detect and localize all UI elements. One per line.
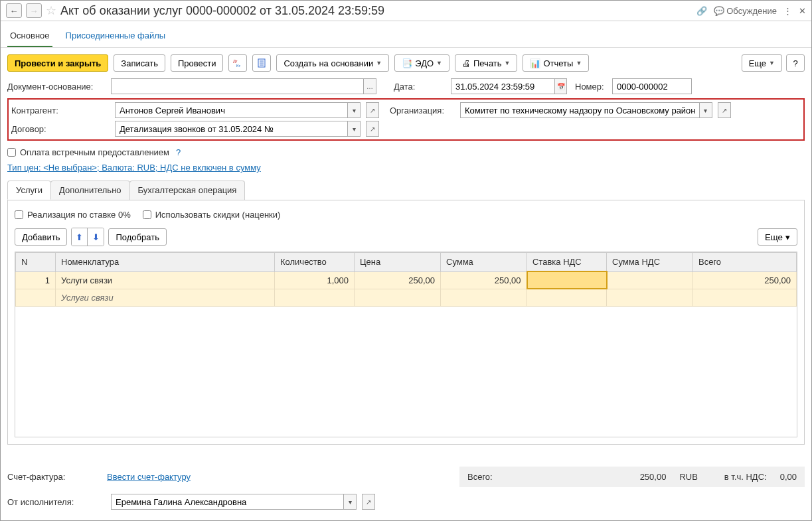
number-label: Номер:	[575, 82, 608, 92]
col-vat-rate[interactable]: Ставка НДС	[527, 253, 607, 272]
tab-attached-files[interactable]: Присоединенные файлы	[63, 27, 169, 47]
tab-main[interactable]: Основное	[7, 27, 52, 47]
cell-price[interactable]: 250,00	[355, 271, 441, 289]
cell-vat-sum[interactable]	[607, 271, 693, 289]
col-total[interactable]: Всего	[693, 253, 797, 272]
more-menu-icon[interactable]: ⋮	[783, 6, 792, 16]
counterparty-label: Контрагент:	[11, 106, 111, 115]
subtab-additional[interactable]: Дополнительно	[50, 181, 130, 200]
forward-button[interactable]: →	[26, 3, 42, 18]
doc-basis-label: Документ-основание:	[7, 82, 107, 92]
cell-nomenclature-sub[interactable]: Услуги связи	[56, 289, 275, 306]
org-input[interactable]	[461, 103, 699, 117]
date-input[interactable]	[451, 79, 554, 94]
add-button[interactable]: Добавить	[15, 228, 67, 246]
edo-icon: 📑	[402, 58, 412, 68]
document-icon[interactable]	[252, 54, 271, 72]
move-down-button[interactable]: ⬇	[88, 228, 104, 246]
counter-payment-checkbox[interactable]	[7, 148, 16, 157]
highlighted-fields-box: Контрагент: ▾ ↗ Организация: ▾ ↗ Договор…	[7, 98, 805, 141]
favorite-star-icon[interactable]: ☆	[46, 3, 56, 18]
ellipsis-button[interactable]: …	[363, 79, 376, 94]
totals-box: Всего: 250,00 RUB в т.ч. НДС: 0,00	[459, 467, 805, 487]
post-and-close-button[interactable]: Провести и закрыть	[7, 54, 108, 72]
caret-down-icon: ▼	[576, 60, 582, 66]
close-icon[interactable]: ✕	[799, 6, 806, 16]
table-row-sub[interactable]: Услуги связи	[16, 289, 797, 306]
dropdown-button[interactable]: ▾	[347, 121, 360, 136]
open-button[interactable]: ↗	[362, 494, 375, 510]
col-n[interactable]: N	[16, 253, 56, 272]
enter-invoice-link[interactable]: Ввести счет-фактуру	[107, 472, 191, 482]
post-button[interactable]: Провести	[171, 54, 224, 72]
print-icon: 🖨	[462, 58, 471, 68]
performer-input[interactable]	[112, 494, 343, 509]
services-tab-content: Реализация по ставке 0% Использовать ски…	[7, 200, 805, 445]
total-label: Всего:	[467, 472, 627, 482]
col-nomenclature[interactable]: Номенклатура	[56, 253, 275, 272]
cell-n[interactable]: 1	[16, 271, 56, 289]
currency: RUB	[679, 472, 697, 482]
create-based-on-button[interactable]: Создать на основании ▼	[276, 54, 389, 72]
table-more-button[interactable]: Еще ▾	[758, 228, 797, 246]
reports-button[interactable]: 📊 Отчеты ▼	[523, 54, 589, 72]
caret-down-icon: ▼	[505, 60, 511, 66]
date-label: Дата:	[394, 82, 447, 92]
services-table: N Номенклатура Количество Цена Сумма Ста…	[15, 252, 797, 307]
caret-down-icon: ▾	[785, 232, 790, 242]
number-input[interactable]	[613, 79, 691, 94]
cell-qty[interactable]: 1,000	[275, 271, 355, 289]
svg-text:Кт: Кт	[236, 64, 240, 68]
edo-button[interactable]: 📑 ЭДО ▼	[394, 54, 449, 72]
price-type-link[interactable]: Тип цен: <Не выбран>; Валюта: RUB; НДС н…	[7, 163, 261, 173]
counter-payment-label: Оплата встречным предоставлением	[20, 147, 169, 157]
open-button[interactable]: ↗	[366, 121, 379, 137]
cell-total[interactable]: 250,00	[693, 271, 797, 289]
discussion-button[interactable]: 💬 Обсуждение	[714, 6, 777, 16]
contract-label: Договор:	[11, 124, 111, 134]
dropdown-button[interactable]: ▾	[699, 103, 712, 117]
subtab-services[interactable]: Услуги	[7, 181, 51, 200]
print-button[interactable]: 🖨 Печать ▼	[455, 54, 518, 72]
cell-nomenclature[interactable]: Услуги связи	[56, 271, 275, 289]
cell-sum[interactable]: 250,00	[441, 271, 527, 289]
col-sum[interactable]: Сумма	[441, 253, 527, 272]
vat-label: в т.ч. НДС:	[724, 472, 767, 482]
open-button[interactable]: ↗	[366, 102, 379, 118]
back-button[interactable]: ←	[6, 3, 22, 18]
use-discounts-checkbox[interactable]	[143, 210, 151, 219]
use-discounts-label: Использовать скидки (наценки)	[155, 210, 281, 220]
contract-input[interactable]	[116, 121, 347, 136]
col-vat-sum[interactable]: Сумма НДС	[607, 253, 693, 272]
save-button[interactable]: Записать	[114, 54, 165, 72]
vat-value: 0,00	[780, 472, 797, 482]
dropdown-button[interactable]: ▾	[347, 103, 360, 117]
pick-button[interactable]: Подобрать	[108, 228, 166, 246]
col-price[interactable]: Цена	[355, 253, 441, 272]
zero-rate-label: Реализация по ставке 0%	[27, 210, 131, 220]
doc-basis-input[interactable]	[112, 79, 363, 94]
caret-down-icon: ▼	[376, 60, 382, 66]
dropdown-button[interactable]: ▾	[343, 494, 356, 509]
dt-kt-icon[interactable]: ДтКт	[228, 54, 247, 72]
cell-vat-rate[interactable]	[527, 271, 607, 289]
performer-label: От исполнителя:	[7, 497, 107, 507]
open-button[interactable]: ↗	[718, 102, 731, 118]
table-row[interactable]: 1 Услуги связи 1,000 250,00 250,00 250,0…	[16, 271, 797, 289]
help-question-icon[interactable]: ?	[176, 147, 181, 157]
counterparty-input[interactable]	[116, 103, 347, 117]
caret-down-icon: ▼	[769, 60, 775, 66]
move-up-button[interactable]: ⬆	[72, 228, 88, 246]
calendar-icon[interactable]: 📅	[554, 79, 566, 94]
caret-down-icon: ▼	[436, 60, 442, 66]
more-button[interactable]: Еще ▼	[742, 54, 782, 72]
link-icon[interactable]: 🔗	[696, 6, 707, 16]
total-value: 250,00	[640, 472, 667, 482]
window-title: Акт об оказании услуг 0000-000002 от 31.…	[60, 4, 692, 18]
help-button[interactable]: ?	[786, 54, 805, 72]
org-label: Организация:	[390, 106, 456, 115]
invoice-label: Счет-фактура:	[7, 472, 107, 482]
zero-rate-checkbox[interactable]	[15, 210, 23, 219]
col-qty[interactable]: Количество	[275, 253, 355, 272]
subtab-accounting[interactable]: Бухгалтерская операция	[129, 181, 246, 200]
